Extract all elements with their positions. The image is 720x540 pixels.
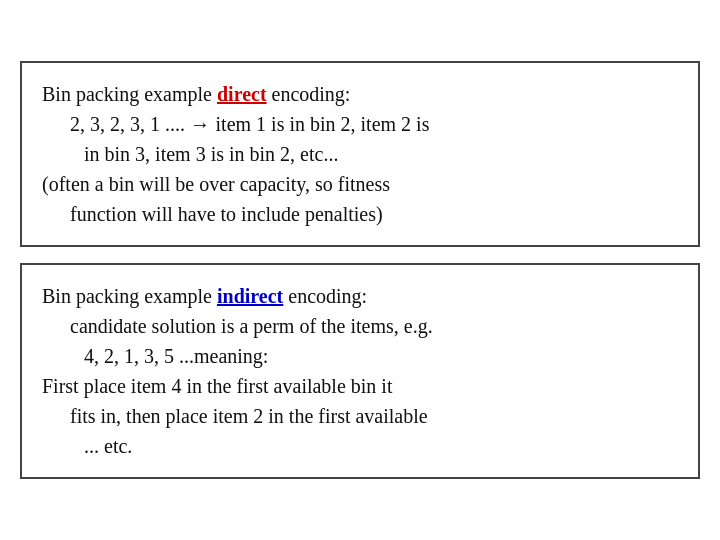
card1-keyword: direct [217,83,267,105]
card2-keyword: indirect [217,285,283,307]
card1-line5: function will have to include penalties) [70,199,678,229]
card-indirect: Bin packing example indirect encoding: c… [20,263,700,479]
card1-line3: in bin 3, item 3 is in bin 2, etc... [84,139,678,169]
card1-post: encoding: [267,83,351,105]
card2-line5: fits in, then place item 2 in the first … [70,401,678,431]
card1-line2-pre: 2, 3, 2, 3, 1 .... [70,113,190,135]
card2-line3: 4, 2, 1, 3, 5 ...meaning: [84,341,678,371]
card1-pre: Bin packing example [42,83,217,105]
card2-line1: Bin packing example indirect encoding: [42,281,678,311]
card2-post: encoding: [283,285,367,307]
card1-line2: 2, 3, 2, 3, 1 .... → item 1 is in bin 2,… [70,109,678,139]
card1-arrow: → [190,113,216,135]
card1-line4: (often a bin will be over capacity, so f… [42,169,678,199]
card2-line4: First place item 4 in the first availabl… [42,371,678,401]
card2-line2: candidate solution is a perm of the item… [70,311,678,341]
card1-line2-post: item 1 is in bin 2, item 2 is [216,113,430,135]
card2-pre: Bin packing example [42,285,217,307]
card2-line6: ... etc. [84,431,678,461]
card-direct: Bin packing example direct encoding: 2, … [20,61,700,247]
card1-line1: Bin packing example direct encoding: [42,79,678,109]
